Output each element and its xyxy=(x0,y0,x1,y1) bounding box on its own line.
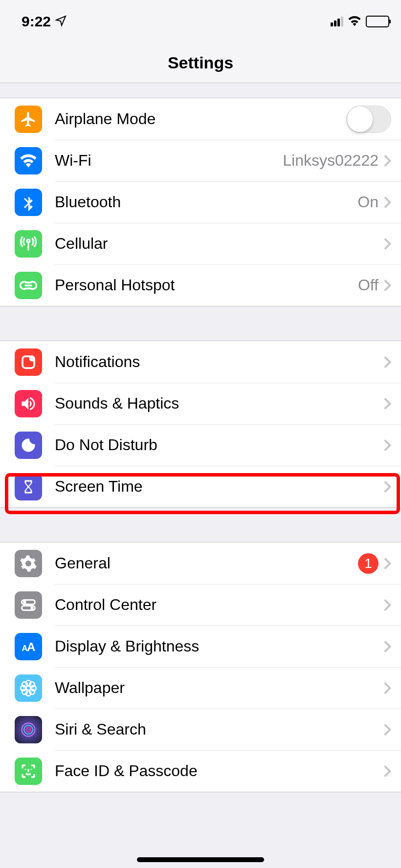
row-label: Notifications xyxy=(55,353,383,371)
gear-icon xyxy=(15,550,42,577)
hotspot-icon xyxy=(15,272,42,299)
status-bar: 9:22 xyxy=(0,0,401,43)
row-label: Screen Time xyxy=(55,477,383,496)
row-label: Sounds & Haptics xyxy=(55,394,383,412)
svg-point-19 xyxy=(26,727,31,732)
row-label: Wi-Fi xyxy=(55,152,283,170)
home-indicator[interactable] xyxy=(137,857,264,862)
chevron-right-icon xyxy=(383,557,391,570)
row-control-center[interactable]: Control Center xyxy=(0,584,401,626)
row-notifications[interactable]: Notifications xyxy=(0,341,401,383)
svg-point-18 xyxy=(24,725,33,734)
row-bluetooth[interactable]: Bluetooth On xyxy=(0,181,401,223)
settings-section-attention: Notifications Sounds & Haptics Do Not Di… xyxy=(0,341,401,508)
siri-icon xyxy=(15,716,42,743)
faceid-icon xyxy=(15,758,42,785)
flower-icon xyxy=(15,674,42,702)
cellular-icon xyxy=(15,230,42,258)
chevron-right-icon xyxy=(383,397,391,411)
header: Settings xyxy=(0,43,401,83)
row-label: Personal Hotspot xyxy=(55,276,358,294)
row-do-not-disturb[interactable]: Do Not Disturb xyxy=(0,424,401,466)
row-wallpaper[interactable]: Wallpaper xyxy=(0,667,401,709)
chevron-right-icon xyxy=(383,438,391,452)
row-label: General xyxy=(55,554,358,572)
chevron-right-icon xyxy=(383,681,391,695)
bluetooth-icon xyxy=(15,189,42,216)
chevron-right-icon xyxy=(383,237,391,251)
row-label: Airplane Mode xyxy=(55,110,346,128)
notifications-icon xyxy=(15,348,42,376)
page-title: Settings xyxy=(168,53,233,72)
chevron-right-icon xyxy=(383,723,391,737)
row-sounds-haptics[interactable]: Sounds & Haptics xyxy=(0,383,401,424)
cellular-signal-icon xyxy=(331,17,343,26)
airplane-icon xyxy=(15,106,42,133)
row-general[interactable]: General 1 xyxy=(0,542,401,584)
textsize-icon: AA xyxy=(15,633,42,660)
hourglass-icon xyxy=(15,473,42,500)
battery-icon xyxy=(366,16,389,27)
row-label: Control Center xyxy=(55,596,383,614)
svg-point-1 xyxy=(29,355,35,361)
row-wifi[interactable]: Wi-Fi Linksys02222 xyxy=(0,140,401,181)
row-label: Display & Brightness xyxy=(55,637,383,655)
row-screen-time[interactable]: Screen Time xyxy=(0,466,401,507)
settings-section-general: General 1 Control Center AA Display & Br… xyxy=(0,542,401,792)
wifi-status-icon xyxy=(347,15,362,28)
row-label: Cellular xyxy=(55,235,383,253)
wifi-icon xyxy=(15,147,42,174)
row-value: On xyxy=(357,193,379,211)
row-value: Off xyxy=(358,276,379,294)
notification-badge: 1 xyxy=(358,553,379,574)
switches-icon xyxy=(15,591,42,619)
chevron-right-icon xyxy=(383,480,391,494)
row-label: Wallpaper xyxy=(55,679,383,697)
row-cellular[interactable]: Cellular xyxy=(0,223,401,264)
moon-icon xyxy=(15,432,42,459)
chevron-right-icon xyxy=(383,355,391,369)
chevron-right-icon xyxy=(383,195,391,209)
row-value: Linksys02222 xyxy=(283,152,379,170)
chevron-right-icon xyxy=(383,764,391,778)
row-label: Siri & Search xyxy=(55,720,383,738)
row-label: Do Not Disturb xyxy=(55,436,383,454)
row-airplane-mode[interactable]: Airplane Mode xyxy=(0,98,401,140)
sounds-icon xyxy=(15,390,42,417)
row-display-brightness[interactable]: AA Display & Brightness xyxy=(0,626,401,667)
chevron-right-icon xyxy=(383,154,391,168)
svg-point-5 xyxy=(30,606,34,609)
row-siri-search[interactable]: Siri & Search xyxy=(0,709,401,750)
row-label: Face ID & Passcode xyxy=(55,762,383,780)
location-icon xyxy=(55,13,67,30)
chevron-right-icon xyxy=(383,598,391,612)
row-faceid-passcode[interactable]: Face ID & Passcode xyxy=(0,750,401,792)
settings-section-network: Airplane Mode Wi-Fi Linksys02222 Bluetoo… xyxy=(0,98,401,306)
row-label: Bluetooth xyxy=(55,193,357,211)
chevron-right-icon xyxy=(383,640,391,653)
svg-text:A: A xyxy=(27,640,35,653)
svg-point-3 xyxy=(23,600,26,604)
status-time: 9:22 xyxy=(22,13,51,30)
airplane-mode-toggle[interactable] xyxy=(346,106,391,133)
chevron-right-icon xyxy=(383,279,391,292)
row-personal-hotspot[interactable]: Personal Hotspot Off xyxy=(0,264,401,306)
